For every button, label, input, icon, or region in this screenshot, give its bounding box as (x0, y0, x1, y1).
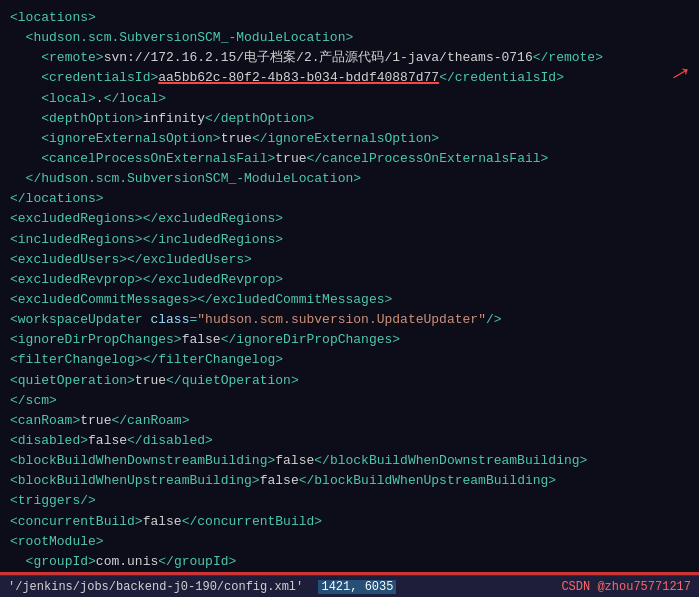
code-line: <remote>svn://172.16.2.15/电子档案/2.产品源代码/1… (10, 48, 689, 68)
code-line: <disabled>false</disabled> (10, 431, 689, 451)
code-line: <depthOption>infinity</depthOption> (10, 109, 689, 129)
code-line: <triggers/> (10, 491, 689, 511)
code-line: <credentialsId>aa5bb62c-80f2-4b83-b034-b… (10, 68, 689, 88)
bottom-brand: CSDN @zhou75771217 (561, 580, 691, 594)
code-line: <hudson.scm.SubversionSCM_-ModuleLocatio… (10, 28, 689, 48)
position-highlight: 1421, 6035 (318, 580, 396, 594)
code-line: </scm> (10, 391, 689, 411)
code-line: <includedRegions></includedRegions> (10, 230, 689, 250)
code-line: <workspaceUpdater class="hudson.scm.subv… (10, 310, 689, 330)
code-line: <groupId>com.unis</groupId> (10, 552, 689, 572)
code-line: <canRoam>true</canRoam> (10, 411, 689, 431)
code-lines: <locations> <hudson.scm.SubversionSCM_-M… (10, 8, 689, 597)
code-line: <locations> (10, 8, 689, 28)
code-line: <quietOperation>true</quietOperation> (10, 371, 689, 391)
code-line: <local>.</local> (10, 89, 689, 109)
code-line: </locations> (10, 189, 689, 209)
code-line: <filterChangelog></filterChangelog> (10, 350, 689, 370)
code-line: <blockBuildWhenDownstreamBuilding>false<… (10, 451, 689, 471)
bottom-bar: '/jenkins/jobs/backend-j0-190/config.xml… (0, 575, 699, 597)
code-line: <excludedRevprop></excludedRevprop> (10, 270, 689, 290)
code-line: <excludedUsers></excludedUsers> (10, 250, 689, 270)
code-line: <excludedCommitMessages></excludedCommit… (10, 290, 689, 310)
code-line: <ignoreExternalsOption>true</ignoreExter… (10, 129, 689, 149)
code-container: <locations> <hudson.scm.SubversionSCM_-M… (0, 0, 699, 597)
code-line: <concurrentBuild>false</concurrentBuild> (10, 512, 689, 532)
code-line: <excludedRegions></excludedRegions> (10, 209, 689, 229)
code-line: <rootModule> (10, 532, 689, 552)
code-line: <ignoreDirPropChanges>false</ignoreDirPr… (10, 330, 689, 350)
bottom-path: '/jenkins/jobs/backend-j0-190/config.xml… (8, 580, 561, 594)
code-line: <blockBuildWhenUpstreamBuilding>false</b… (10, 471, 689, 491)
code-line: <cancelProcessOnExternalsFail>true</canc… (10, 149, 689, 169)
code-line: </hudson.scm.SubversionSCM_-ModuleLocati… (10, 169, 689, 189)
